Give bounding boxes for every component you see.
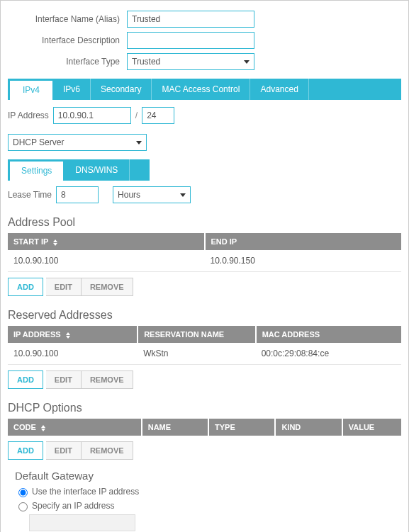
main-tab-strip: IPv4 IPv6 Secondary MAC Access Control A… bbox=[8, 79, 401, 100]
radio-specify-input[interactable] bbox=[18, 502, 28, 511]
edit-button[interactable]: EDIT bbox=[46, 278, 82, 296]
input-ip-address[interactable] bbox=[53, 107, 131, 124]
table-dhcp-options: CODE NAME TYPE KIND VALUE bbox=[8, 419, 401, 436]
title-reserved: Reserved Addresses bbox=[8, 309, 401, 322]
dhcp-options-buttons: ADD EDIT REMOVE bbox=[8, 441, 401, 460]
input-interface-desc[interactable] bbox=[127, 32, 254, 49]
select-dhcp-mode[interactable]: DHCP Server bbox=[8, 134, 147, 151]
table-address-pool: START IP END IP 10.0.90.100 10.0.90.150 bbox=[8, 233, 401, 272]
tab-dnswins[interactable]: DNS/WINS bbox=[64, 159, 130, 181]
select-interface-type[interactable]: Trusted bbox=[127, 53, 254, 70]
cell-end-ip: 10.0.90.150 bbox=[205, 250, 402, 272]
ip-mask-separator: / bbox=[135, 111, 138, 120]
tab-mac-access[interactable]: MAC Access Control bbox=[152, 79, 250, 100]
chevron-down-icon bbox=[136, 141, 142, 145]
col-start-ip[interactable]: START IP bbox=[8, 233, 205, 250]
sort-icon bbox=[53, 239, 57, 246]
table-row[interactable]: 10.0.90.100 WkStn 00:0c:29:08:84:ce bbox=[8, 343, 401, 365]
col-type[interactable]: TYPE bbox=[208, 419, 275, 436]
table-row[interactable]: 10.0.90.100 10.0.90.150 bbox=[8, 250, 401, 272]
tab-advanced[interactable]: Advanced bbox=[250, 79, 308, 100]
title-dhcp-options: DHCP Options bbox=[8, 402, 401, 414]
col-mac[interactable]: MAC ADDRESS bbox=[256, 326, 401, 343]
select-lease-unit[interactable]: Hours bbox=[113, 186, 191, 203]
input-interface-name[interactable] bbox=[127, 11, 254, 28]
add-button[interactable]: ADD bbox=[8, 370, 43, 389]
edit-button[interactable]: EDIT bbox=[46, 441, 82, 460]
row-interface-name: Interface Name (Alias) bbox=[8, 11, 401, 28]
col-ip-address[interactable]: IP ADDRESS bbox=[8, 326, 138, 343]
chevron-down-icon bbox=[180, 193, 186, 197]
cell-ip: 10.0.90.100 bbox=[8, 343, 138, 365]
input-gateway-ip bbox=[29, 514, 135, 531]
col-end-ip[interactable]: END IP bbox=[205, 233, 402, 250]
remove-button[interactable]: REMOVE bbox=[82, 441, 133, 460]
select-lease-unit-value: Hours bbox=[118, 190, 140, 200]
radio-use-interface-input[interactable] bbox=[18, 488, 28, 497]
input-lease-time[interactable] bbox=[56, 186, 99, 203]
reserved-buttons: ADD EDIT REMOVE bbox=[8, 370, 401, 389]
label-lease-time: Lease Time bbox=[8, 190, 52, 200]
input-ip-mask[interactable] bbox=[142, 107, 174, 124]
radio-specify-label: Specify an IP address bbox=[32, 501, 115, 511]
radio-use-interface[interactable]: Use the interface IP address bbox=[15, 486, 401, 497]
label-interface-desc: Interface Description bbox=[8, 35, 127, 45]
col-res-name[interactable]: RESERVATION NAME bbox=[138, 326, 256, 343]
cell-start-ip: 10.0.90.100 bbox=[8, 250, 205, 272]
tab-ipv4[interactable]: IPv4 bbox=[9, 80, 53, 100]
label-interface-type: Interface Type bbox=[8, 57, 127, 67]
col-value[interactable]: VALUE bbox=[342, 419, 401, 436]
sort-icon bbox=[41, 425, 45, 431]
row-interface-type: Interface Type Trusted bbox=[8, 53, 401, 70]
remove-button[interactable]: REMOVE bbox=[82, 370, 133, 389]
chevron-down-icon bbox=[244, 60, 250, 64]
tab-settings[interactable]: Settings bbox=[9, 161, 64, 181]
add-button[interactable]: ADD bbox=[8, 278, 43, 296]
label-ip-address: IP Address bbox=[8, 111, 49, 120]
table-reserved: IP ADDRESS RESERVATION NAME MAC ADDRESS … bbox=[8, 326, 401, 365]
select-interface-type-value: Trusted bbox=[132, 57, 160, 67]
tab-secondary[interactable]: Secondary bbox=[91, 79, 152, 100]
row-interface-desc: Interface Description bbox=[8, 32, 401, 49]
sub-tab-strip: Settings DNS/WINS bbox=[8, 159, 150, 181]
select-dhcp-mode-value: DHCP Server bbox=[13, 137, 64, 147]
radio-use-interface-label: Use the interface IP address bbox=[32, 487, 139, 497]
add-button[interactable]: ADD bbox=[8, 441, 43, 460]
col-code[interactable]: CODE bbox=[8, 419, 142, 436]
row-dhcp-mode: DHCP Server bbox=[8, 134, 401, 151]
title-address-pool: Address Pool bbox=[8, 216, 401, 229]
col-name[interactable]: NAME bbox=[142, 419, 208, 436]
remove-button[interactable]: REMOVE bbox=[82, 278, 133, 296]
sort-icon bbox=[66, 332, 70, 339]
col-kind[interactable]: KIND bbox=[275, 419, 342, 436]
tab-ipv6[interactable]: IPv6 bbox=[53, 79, 91, 100]
radio-specify[interactable]: Specify an IP address bbox=[15, 500, 401, 511]
row-lease-time: Lease Time Hours bbox=[8, 186, 401, 203]
edit-button[interactable]: EDIT bbox=[46, 370, 82, 389]
title-default-gateway: Default Gateway bbox=[15, 470, 401, 482]
interface-config-panel: Interface Name (Alias) Interface Descrip… bbox=[0, 0, 409, 532]
cell-mac: 00:0c:29:08:84:ce bbox=[256, 343, 401, 365]
address-pool-buttons: ADD EDIT REMOVE bbox=[8, 278, 401, 296]
label-interface-name: Interface Name (Alias) bbox=[8, 14, 127, 24]
cell-name: WkStn bbox=[138, 343, 256, 365]
row-ip-address: IP Address / bbox=[8, 107, 401, 124]
